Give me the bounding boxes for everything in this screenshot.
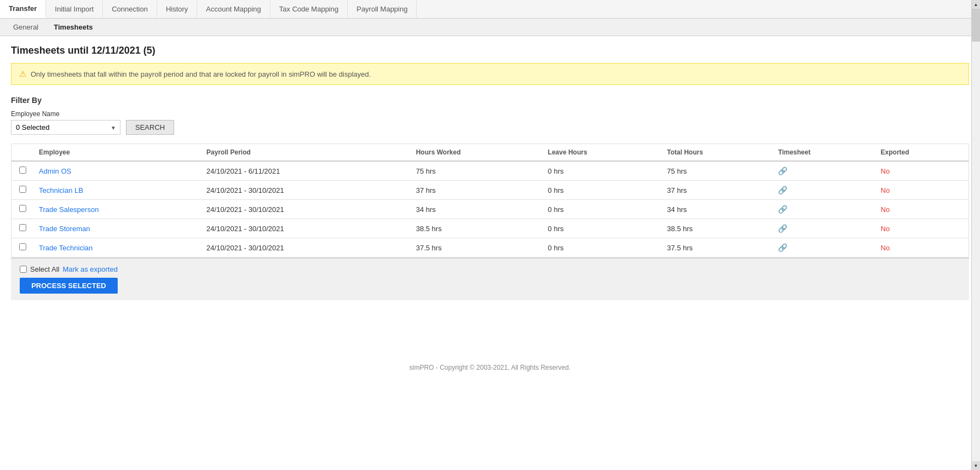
nav-history[interactable]: History	[157, 1, 197, 18]
employee-link-2[interactable]: Trade Salesperson	[39, 205, 99, 214]
timesheets-table-wrapper: Employee Payroll Period Hours Worked Lea…	[11, 144, 969, 258]
row-checkbox-cell	[11, 200, 33, 219]
row-employee-1: Technician LB	[33, 181, 201, 200]
row-leave-hours-0: 0 hrs	[543, 161, 662, 181]
nav-transfer[interactable]: Transfer	[0, 0, 46, 18]
row-timesheet-4: 🔗	[773, 238, 875, 257]
row-payroll-period-3: 24/10/2021 - 30/10/2021	[201, 219, 411, 238]
row-timesheet-2: 🔗	[773, 200, 875, 219]
col-payroll-period: Payroll Period	[201, 144, 411, 161]
col-hours-worked: Hours Worked	[411, 144, 543, 161]
sub-navigation: General Timesheets	[0, 19, 980, 36]
warning-icon: ⚠	[19, 69, 26, 79]
row-timesheet-3: 🔗	[773, 219, 875, 238]
row-total-hours-3: 38.5 hrs	[661, 219, 773, 238]
select-all-checkbox[interactable]	[20, 266, 27, 273]
timesheet-link-icon-3[interactable]: 🔗	[778, 224, 787, 233]
mark-as-exported-link[interactable]: Mark as exported	[62, 265, 117, 273]
row-checkbox-1[interactable]	[19, 186, 26, 193]
timesheet-link-icon-2[interactable]: 🔗	[778, 205, 787, 214]
row-exported-1: No	[875, 181, 969, 200]
row-employee-4: Trade Technician	[33, 238, 201, 257]
exported-status-0: No	[881, 167, 890, 175]
subnav-timesheets[interactable]: Timesheets	[46, 19, 100, 36]
timesheet-link-icon-0[interactable]: 🔗	[778, 167, 787, 175]
row-leave-hours-1: 0 hrs	[543, 181, 662, 200]
nav-connection[interactable]: Connection	[103, 1, 157, 18]
table-row: Trade Technician 24/10/2021 - 30/10/2021…	[11, 238, 969, 257]
warning-text: Only timesheets that fall within the pay…	[31, 70, 371, 78]
subnav-general[interactable]: General	[5, 19, 46, 36]
timesheet-link-icon-1[interactable]: 🔗	[778, 186, 787, 194]
row-exported-2: No	[875, 200, 969, 219]
col-checkbox	[11, 144, 33, 161]
row-checkbox-0[interactable]	[19, 167, 26, 174]
scrollbar[interactable]: ▲ ▼	[971, 0, 980, 382]
row-checkbox-cell	[11, 238, 33, 257]
filter-row: 0 Selected SEARCH	[11, 120, 969, 135]
exported-status-1: No	[881, 186, 890, 194]
table-header: Employee Payroll Period Hours Worked Lea…	[11, 144, 969, 161]
scrollbar-up-arrow[interactable]: ▲	[972, 0, 980, 9]
page-title: Timesheets until 12/11/2021 (5)	[11, 45, 969, 56]
employee-link-4[interactable]: Trade Technician	[39, 244, 93, 252]
filter-section: Filter By Employee Name 0 Selected SEARC…	[11, 96, 969, 135]
row-hours-worked-3: 38.5 hrs	[411, 219, 543, 238]
row-payroll-period-1: 24/10/2021 - 30/10/2021	[201, 181, 411, 200]
row-employee-2: Trade Salesperson	[33, 200, 201, 219]
col-timesheet: Timesheet	[773, 144, 875, 161]
nav-account-mapping[interactable]: Account Mapping	[197, 1, 270, 18]
row-payroll-period-0: 24/10/2021 - 6/11/2021	[201, 161, 411, 181]
search-button[interactable]: SEARCH	[126, 120, 174, 135]
row-total-hours-2: 34 hrs	[661, 200, 773, 219]
row-hours-worked-2: 34 hrs	[411, 200, 543, 219]
employee-select[interactable]: 0 Selected	[11, 120, 120, 135]
row-leave-hours-2: 0 hrs	[543, 200, 662, 219]
row-timesheet-0: 🔗	[773, 161, 875, 181]
footer-text: simPRO - Copyright © 2003-2021, All Righ…	[410, 364, 570, 371]
timesheets-table: Employee Payroll Period Hours Worked Lea…	[11, 144, 969, 257]
row-employee-3: Trade Storeman	[33, 219, 201, 238]
select-all-wrapper: Select All Mark as exported	[20, 265, 118, 273]
row-total-hours-0: 75 hrs	[661, 161, 773, 181]
row-checkbox-3[interactable]	[19, 224, 26, 231]
nav-payroll-mapping[interactable]: Payroll Mapping	[348, 1, 417, 18]
row-checkbox-cell	[11, 181, 33, 200]
row-checkbox-2[interactable]	[19, 205, 26, 212]
footer-actions: Select All Mark as exported PROCESS SELE…	[20, 265, 118, 294]
nav-tax-code-mapping[interactable]: Tax Code Mapping	[270, 1, 348, 18]
table-row: Trade Storeman 24/10/2021 - 30/10/2021 3…	[11, 219, 969, 238]
footer-bar: Select All Mark as exported PROCESS SELE…	[11, 258, 969, 300]
select-all-label: Select All	[30, 265, 59, 273]
col-employee: Employee	[33, 144, 201, 161]
employee-link-1[interactable]: Technician LB	[39, 186, 83, 194]
row-exported-0: No	[875, 161, 969, 181]
row-timesheet-1: 🔗	[773, 181, 875, 200]
table-body: Admin OS 24/10/2021 - 6/11/2021 75 hrs 0…	[11, 161, 969, 257]
row-leave-hours-3: 0 hrs	[543, 219, 662, 238]
row-exported-4: No	[875, 238, 969, 257]
row-leave-hours-4: 0 hrs	[543, 238, 662, 257]
row-checkbox-cell	[11, 161, 33, 181]
top-navigation: Transfer Initial Import Connection Histo…	[0, 0, 980, 19]
row-payroll-period-2: 24/10/2021 - 30/10/2021	[201, 200, 411, 219]
col-exported: Exported	[875, 144, 969, 161]
employee-link-3[interactable]: Trade Storeman	[39, 225, 90, 233]
row-payroll-period-4: 24/10/2021 - 30/10/2021	[201, 238, 411, 257]
row-total-hours-1: 37 hrs	[661, 181, 773, 200]
row-employee-0: Admin OS	[33, 161, 201, 181]
exported-status-4: No	[881, 244, 890, 252]
table-row: Admin OS 24/10/2021 - 6/11/2021 75 hrs 0…	[11, 161, 969, 181]
process-selected-button[interactable]: PROCESS SELECTED	[20, 278, 118, 294]
col-total-hours: Total Hours	[661, 144, 773, 161]
row-exported-3: No	[875, 219, 969, 238]
timesheet-link-icon-4[interactable]: 🔗	[778, 243, 787, 252]
exported-status-2: No	[881, 205, 890, 214]
nav-initial-import[interactable]: Initial Import	[46, 1, 103, 18]
scrollbar-thumb[interactable]	[972, 9, 980, 42]
warning-banner: ⚠ Only timesheets that fall within the p…	[11, 63, 969, 85]
row-checkbox-4[interactable]	[19, 243, 26, 250]
main-content: Timesheets until 12/11/2021 (5) ⚠ Only t…	[0, 36, 980, 309]
exported-status-3: No	[881, 225, 890, 233]
employee-link-0[interactable]: Admin OS	[39, 167, 71, 175]
